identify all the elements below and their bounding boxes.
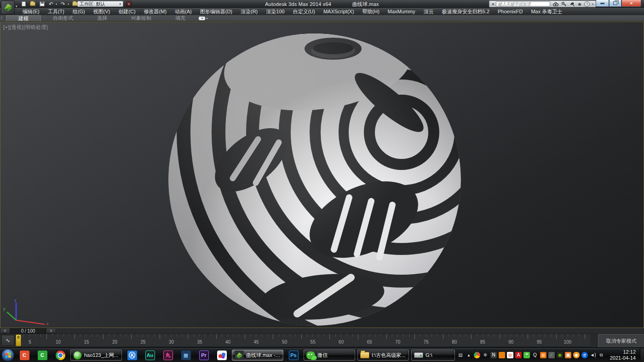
taskbar-window-wechat[interactable]: 微信	[304, 350, 355, 361]
taskbar-pinned-rings-app[interactable]	[214, 349, 230, 362]
menu-item[interactable]: 自定义(U)	[289, 8, 319, 15]
e-manager[interactable]: e	[581, 352, 588, 358]
viewport-label[interactable]: [+][透视][明暗处理]	[3, 24, 48, 31]
usb-stick[interactable]	[499, 352, 505, 358]
new-scene-button[interactable]	[20, 1, 27, 7]
qq-penguin[interactable]: Q	[532, 352, 538, 358]
taskbar-pinned-keyshot[interactable]: Ⓚ	[124, 349, 140, 362]
application-menu-button[interactable]	[1, 0, 15, 14]
communication-center-icon[interactable]	[569, 1, 575, 7]
help-caret-icon[interactable]: ▾	[592, 2, 593, 6]
save-file-button[interactable]	[39, 1, 45, 7]
menu-item[interactable]: PhoenixFD	[494, 8, 527, 15]
restore-button[interactable]	[609, 0, 621, 7]
perspective-viewport[interactable]: [+][透视][明暗处理]	[0, 22, 644, 328]
cancel-expert-mode-button[interactable]: 取消专家模式	[606, 338, 637, 345]
taskbar-pinned-wan-renderer[interactable]: 丸	[160, 349, 176, 362]
ribbon-minimize-button[interactable]: ▾ ▾	[197, 15, 209, 21]
hidden-icons-caret[interactable]: ▴	[466, 352, 472, 358]
ribbon-tab-modeling[interactable]: 建模	[6, 15, 41, 21]
taskbar-pinned-photoshop[interactable]: Ps	[286, 349, 301, 362]
gray-snowflake[interactable]: ✻	[482, 352, 489, 358]
system-tray: ▤ ▴ ✻ N	[457, 352, 604, 358]
wechat-tray[interactable]: ❝	[523, 352, 530, 358]
timeline-tick-label: 95	[530, 339, 548, 345]
menu-item[interactable]: 组(G)	[69, 8, 89, 15]
orange-panel[interactable]: ▦	[540, 352, 546, 358]
ribbon-tab-object-paint[interactable]: 对象绘制	[119, 15, 163, 21]
application-menu-caret-icon[interactable]: ▾	[16, 5, 17, 8]
menu-item[interactable]: 创建(C)	[114, 8, 139, 15]
restore-icon	[613, 1, 617, 5]
infocenter-search-input[interactable]	[496, 1, 550, 6]
3ds-max-logo-icon	[3, 2, 13, 12]
nvidia-settings[interactable]: ◉	[557, 352, 563, 358]
menu-item[interactable]: 动画(A)	[171, 8, 196, 15]
show-desktop-button[interactable]	[640, 348, 644, 362]
current-frame-display: 0 / 100	[10, 328, 46, 334]
ribbon-drag-grip[interactable]	[1, 16, 5, 20]
input-keyboard[interactable]: ▤	[457, 352, 464, 358]
taskbar-clock[interactable]: 12:12 2021-04-14	[610, 349, 636, 361]
acrobat[interactable]: A	[515, 352, 522, 358]
menu-item[interactable]: 极速瘦身安全归档5.2	[438, 8, 494, 15]
rings-tray[interactable]: ◎	[507, 352, 513, 358]
taskbar-pinned-video-tiles[interactable]: ▦	[178, 349, 194, 362]
ribbon-tab-freeform[interactable]: 自由形式	[41, 15, 85, 21]
workspace-caret-icon: ▾	[119, 2, 121, 6]
ribbon-minimize-caret-icon: ▾	[206, 17, 207, 20]
taskbar-window-drive-g[interactable]: G:\	[411, 350, 455, 361]
menu-item[interactable]: 工具(T)	[44, 8, 69, 15]
menu-item[interactable]: Max 杀毒卫士	[527, 8, 566, 15]
previous-frame-button[interactable]: <	[0, 328, 10, 334]
orange-camera[interactable]: ▣	[565, 352, 571, 358]
menu-item[interactable]: MAXScript(X)	[319, 8, 358, 15]
next-frame-button[interactable]: >	[46, 328, 56, 334]
security-shield[interactable]: ◆	[573, 352, 580, 358]
menu-bar: 编辑(E) 工具(T) 组(G) 视图(V) 创建(C) 修改器(M) 动画(A…	[0, 8, 644, 15]
open-file-button[interactable]	[29, 1, 36, 7]
menu-item[interactable]: 渲染100	[262, 8, 288, 15]
minimize-button[interactable]	[596, 0, 609, 7]
ribbon-tab-selection[interactable]: 选择	[85, 15, 119, 21]
taskbar-pinned-premiere[interactable]: Pr	[196, 349, 212, 362]
taskbar-pinned-audition[interactable]: Au	[142, 349, 158, 362]
menu-item[interactable]: 视图(V)	[89, 8, 115, 15]
favorites-star-icon[interactable]: ★	[577, 1, 582, 7]
redo-button[interactable]: ↷	[60, 1, 66, 7]
undo-button[interactable]: ↶	[48, 1, 54, 7]
open-folder-icon	[30, 2, 35, 6]
infocenter-collapse-arrow-icon[interactable]: ◂	[492, 2, 494, 6]
menu-item[interactable]: 图形编辑器(D)	[196, 8, 236, 15]
taskbar-window-hao123[interactable]: hao123_上网...	[70, 350, 122, 361]
chrome-tray[interactable]	[474, 352, 480, 358]
nvidia-shortcut[interactable]: N	[490, 352, 497, 358]
time-slider[interactable]: 0	[16, 334, 21, 346]
usb-eject[interactable]: ✓	[548, 352, 555, 358]
taskbar-pinned-chrome[interactable]	[52, 349, 68, 362]
menu-item[interactable]: 渲云	[420, 8, 438, 15]
workspace-selector[interactable]: 工作区: 默认 ▾	[77, 1, 123, 7]
sign-in-key-icon[interactable]	[561, 1, 567, 7]
menu-item[interactable]: 编辑(E)	[18, 8, 44, 15]
menu-item[interactable]: 渲染(R)	[236, 8, 262, 15]
redo-history-caret[interactable]: ▾	[68, 2, 69, 6]
start-button[interactable]	[1, 349, 14, 362]
network[interactable]: ⧉	[598, 352, 604, 358]
search-binoculars-icon[interactable]	[552, 1, 558, 7]
menu-item[interactable]: 修改器(M)	[140, 8, 171, 15]
taskbar-pinned-camtasia-studio[interactable]: C	[34, 349, 50, 362]
ribbon-tab-populate[interactable]: 填充	[163, 15, 197, 21]
menu-item[interactable]: MaxMummy	[384, 8, 420, 15]
mini-curve-editor-button[interactable]: ∿	[1, 335, 14, 346]
taskbar-window-explorer-folder[interactable]: I:\古色高级家...	[357, 350, 409, 361]
close-button[interactable]: ×	[621, 0, 641, 7]
drive-icon	[414, 352, 423, 358]
taskbar-window-3dsmax[interactable]: 曲线球.max - ...	[232, 350, 283, 361]
menu-item[interactable]: 帮助(H)	[358, 8, 384, 15]
undo-history-caret[interactable]: ▾	[56, 2, 57, 6]
toolbar-overflow-button[interactable]: ▾	[126, 1, 132, 7]
volume[interactable]: ◄)	[590, 352, 596, 358]
help-icon[interactable]: ?	[584, 1, 590, 7]
taskbar-pinned-camtasia-recorder[interactable]: C	[17, 349, 32, 362]
